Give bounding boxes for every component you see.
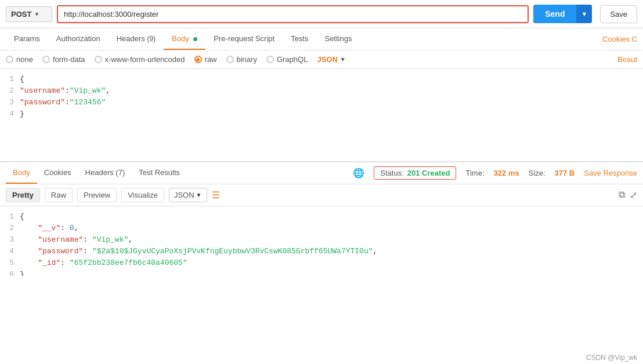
copy-icon[interactable]: ⧉ (619, 190, 625, 201)
format-raw[interactable]: Raw (45, 188, 73, 202)
response-tabs-row: Body Cookies Headers (7) Test Results 🌐 … (0, 162, 643, 184)
time-value: 322 ms (494, 169, 519, 177)
radio-form-data (42, 56, 50, 63)
resp-tab-headers[interactable]: Headers (7) (78, 162, 132, 184)
resp-tab-cookies[interactable]: Cookies (37, 162, 78, 184)
response-code-editor: 1 { 2 "__v": 0, 3 "username": "Vip_wk", … (0, 206, 643, 276)
radio-raw (194, 56, 202, 63)
status-label: Status: (380, 169, 403, 177)
send-dropdown-button[interactable]: ▼ (576, 5, 592, 23)
format-pretty[interactable]: Pretty (6, 188, 40, 202)
copy-icons: ⧉ ⤢ (619, 190, 637, 201)
status-box: Status: 201 Created (374, 166, 456, 180)
option-urlencoded[interactable]: x-www-form-urlencoded (95, 55, 185, 64)
radio-binary (226, 56, 234, 63)
tab-settings[interactable]: Settings (316, 28, 360, 50)
wrap-icon[interactable]: ☰ (212, 190, 220, 201)
json-format-label: JSON (174, 191, 194, 199)
tab-pre-request[interactable]: Pre-request Script (205, 28, 283, 50)
save-button[interactable]: Save (600, 5, 637, 23)
req-line-1: 1 { (0, 74, 643, 85)
option-binary[interactable]: binary (226, 55, 257, 64)
resp-line-4: 4 "password": "$2a$10$JGyvUCyaPoXsjPVvKf… (0, 246, 643, 257)
req-line-4: 4 } (0, 108, 643, 120)
size-value: 377 B (555, 169, 575, 177)
option-raw[interactable]: raw (194, 55, 217, 64)
method-label: POST (11, 10, 31, 19)
option-graphql[interactable]: GraphQL (266, 55, 308, 64)
url-input-wrapper (57, 5, 529, 23)
tab-params[interactable]: Params (6, 28, 48, 50)
radio-none (6, 56, 13, 63)
tab-authorization[interactable]: Authorization (48, 28, 109, 50)
time-label: Time: (465, 169, 484, 177)
option-none[interactable]: none (6, 55, 33, 64)
expand-icon[interactable]: ⤢ (630, 190, 637, 201)
tab-headers[interactable]: Headers (9) (109, 28, 164, 50)
response-section: Body Cookies Headers (7) Test Results 🌐 … (0, 162, 643, 276)
resp-line-2: 2 "__v": 0, (0, 223, 643, 234)
resp-line-5: 5 "_id": "65f2bb238ee7fb6c40a40605" (0, 257, 643, 269)
body-options-row: none form-data x-www-form-urlencoded raw… (0, 50, 643, 69)
url-input[interactable] (58, 6, 528, 22)
json-format-dropdown[interactable]: JSON ▼ (169, 188, 207, 202)
resp-tab-test-results[interactable]: Test Results (132, 162, 187, 184)
tab-body[interactable]: Body (164, 28, 205, 50)
resp-line-3: 3 "username": "Vip_wk", (0, 234, 643, 246)
radio-graphql (266, 56, 274, 63)
json-label: JSON (317, 55, 337, 64)
req-line-3: 3 "password":"123456" (0, 97, 643, 108)
beautify-link[interactable]: Beaut (617, 55, 637, 64)
req-line-2: 2 "username":"Vip_wk", (0, 85, 643, 97)
format-visualize[interactable]: Visualize (121, 188, 164, 202)
tab-tests[interactable]: Tests (283, 28, 316, 50)
resp-line-6: 6 } (0, 269, 643, 276)
footer: CSDN @Vip_wk (586, 354, 637, 362)
status-area: 🌐 Status: 201 Created Time: 322 ms Size:… (353, 166, 637, 180)
resp-tab-body[interactable]: Body (6, 162, 37, 184)
top-bar: POST ▼ Send ▼ Save (0, 0, 643, 28)
status-value: 201 Created (407, 169, 450, 177)
json-dropdown-arrow: ▼ (340, 56, 346, 63)
request-code-editor: 1 { 2 "username":"Vip_wk", 3 "password":… (0, 69, 643, 162)
send-btn-group: Send ▼ (533, 5, 592, 23)
method-select[interactable]: POST ▼ (6, 6, 52, 22)
request-tabs-row: Params Authorization Headers (9) Body Pr… (0, 28, 643, 50)
radio-urlencoded (95, 56, 102, 63)
save-response-link[interactable]: Save Response (584, 169, 637, 177)
option-form-data[interactable]: form-data (42, 55, 85, 64)
json-dropdown[interactable]: JSON ▼ (317, 55, 345, 64)
cookies-link[interactable]: Cookies C (602, 35, 637, 43)
json-format-arrow: ▼ (196, 192, 202, 198)
method-arrow: ▼ (34, 11, 39, 17)
globe-icon: 🌐 (353, 168, 364, 179)
format-preview[interactable]: Preview (77, 188, 117, 202)
send-button[interactable]: Send (533, 5, 576, 23)
size-label: Size: (529, 169, 546, 177)
resp-line-1: 1 { (0, 211, 643, 223)
resp-format-row: Pretty Raw Preview Visualize JSON ▼ ☰ ⧉ … (0, 184, 643, 206)
